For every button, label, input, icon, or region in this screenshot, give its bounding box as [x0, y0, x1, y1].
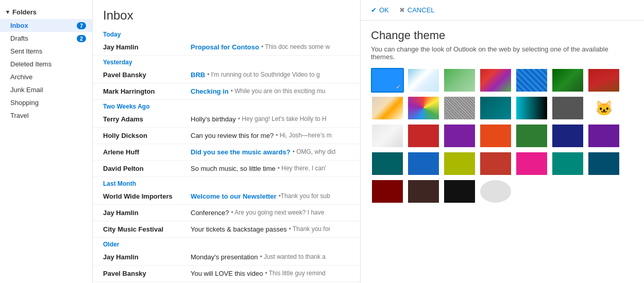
- email-row[interactable]: Holly DicksonCan you review this for me?…: [93, 128, 360, 144]
- swatch-color: [588, 125, 619, 147]
- email-line: Your tickets & backstage passes • Thank …: [191, 225, 350, 233]
- email-subject: Monday's presentation: [191, 253, 258, 261]
- email-sender: Jay Hamlin: [103, 43, 191, 51]
- theme-swatch-teal2[interactable]: [551, 151, 584, 176]
- theme-swatch-teal-dark[interactable]: [479, 96, 512, 120]
- sidebar-item-deleted-items[interactable]: Deleted Items: [0, 58, 92, 70]
- theme-swatch-light-abstract[interactable]: [371, 96, 404, 120]
- email-row[interactable]: City Music FestivalYour tickets & backst…: [93, 221, 360, 238]
- theme-swatch-light-grey-btn[interactable]: [479, 179, 512, 204]
- email-subject: So much music, so little time: [191, 165, 276, 172]
- email-row[interactable]: David PeltonSo much music, so little tim…: [93, 161, 360, 177]
- email-sender: David Pelton: [103, 165, 191, 172]
- email-sender: Holly Dickson: [103, 132, 191, 139]
- ok-button[interactable]: ✔ OK: [371, 6, 389, 14]
- email-groups: TodayJay HamlinProposal for Contoso • Th…: [93, 28, 360, 283]
- email-row[interactable]: Pavel BanskyYou will LOVE this video • T…: [93, 266, 360, 282]
- email-sender: Pavel Bansky: [103, 270, 191, 277]
- theme-swatch-blue[interactable]: [371, 68, 404, 93]
- swatch-color: [408, 180, 439, 203]
- theme-swatch-blue-pattern[interactable]: [515, 68, 548, 93]
- sidebar-item-sent-items[interactable]: Sent Items: [0, 45, 92, 58]
- email-row[interactable]: Pavel BanskyBRB • I'm running out to Sou…: [93, 67, 360, 83]
- theme-swatch-purple-solid[interactable]: [443, 123, 476, 148]
- swatch-color: 🐱: [588, 97, 619, 119]
- sidebar-item-label: Drafts: [10, 34, 28, 42]
- theme-swatch-teal-solid[interactable]: [371, 151, 404, 176]
- email-preview: • Hey there. I can': [278, 165, 327, 172]
- email-row[interactable]: Mark HarringtonChecking in • While you a…: [93, 83, 360, 100]
- email-row[interactable]: Jay HamlinConference? • Are you going ne…: [93, 205, 360, 221]
- theme-swatch-grey-fabric[interactable]: [443, 96, 476, 120]
- theme-swatch-very-dark[interactable]: [407, 179, 440, 204]
- email-line: Monday's presentation • Just wanted to t…: [191, 253, 350, 261]
- theme-swatch-black[interactable]: [443, 179, 476, 204]
- date-group-label: Older: [93, 238, 360, 249]
- theme-swatch-red-texture[interactable]: [587, 68, 620, 93]
- theme-swatch-orange-solid[interactable]: [479, 123, 512, 148]
- sidebar-item-label: Sent Items: [10, 47, 42, 55]
- email-line: Holly's birthday • Hey gang! Let's take …: [191, 115, 350, 123]
- sidebar-item-shopping[interactable]: Shopping: [0, 96, 92, 109]
- swatch-color: [372, 69, 403, 92]
- sidebar-item-junk-email[interactable]: Junk Email: [0, 83, 92, 96]
- theme-swatch-circuit[interactable]: [551, 68, 584, 93]
- theme-swatch-red-solid[interactable]: [407, 123, 440, 148]
- email-row[interactable]: Jay HamlinMonday's presentation • Just w…: [93, 249, 360, 266]
- theme-topbar: ✔ OK ✖ CANCEL: [361, 0, 644, 21]
- theme-swatch-dark-red[interactable]: [371, 179, 404, 204]
- sidebar-item-travel[interactable]: Travel: [0, 109, 92, 122]
- theme-swatch-green-nature[interactable]: [443, 68, 476, 93]
- email-preview: • Just wanted to thank a: [260, 253, 326, 261]
- theme-swatch-grey-dark[interactable]: [551, 96, 584, 120]
- email-preview: • Are you going next week? I have: [231, 209, 324, 217]
- cancel-button[interactable]: ✖ CANCEL: [399, 6, 435, 14]
- theme-swatch-pink[interactable]: [515, 151, 548, 176]
- sidebar: ▾ Folders Inbox7Drafts2Sent ItemsDeleted…: [0, 0, 93, 283]
- sidebar-item-inbox[interactable]: Inbox7: [0, 19, 92, 32]
- swatch-color: [552, 152, 583, 175]
- email-sender: Arlene Huff: [103, 148, 191, 156]
- email-row[interactable]: World Wide ImportersWelcome to our Newsl…: [93, 188, 360, 205]
- theme-swatch-cat[interactable]: 🐱: [587, 96, 620, 120]
- email-content: Checking in • While you are on this exci…: [191, 87, 350, 95]
- theme-swatch-dark-teal[interactable]: [587, 151, 620, 176]
- email-row[interactable]: Arlene HuffDid you see the music awards?…: [93, 144, 360, 161]
- theme-swatch-green-solid[interactable]: [515, 123, 548, 148]
- email-row[interactable]: Jay HamlinProposal for Contoso • This do…: [93, 39, 360, 56]
- sidebar-item-label: Shopping: [10, 99, 39, 107]
- email-row[interactable]: Terry AdamsHolly's birthday • Hey gang! …: [93, 111, 360, 128]
- swatch-color: [516, 69, 547, 92]
- email-sender: Jay Hamlin: [103, 209, 191, 217]
- sidebar-badge: 7: [77, 22, 86, 29]
- theme-swatch-snowflake[interactable]: [371, 123, 404, 148]
- ok-label: OK: [379, 6, 389, 14]
- email-preview: • I'm running out to Southridge Video to…: [207, 71, 319, 79]
- swatch-color: [552, 125, 583, 147]
- email-sender: Jay Hamlin: [103, 253, 191, 261]
- swatch-color: [408, 125, 439, 147]
- theme-swatch-navy-solid[interactable]: [551, 123, 584, 148]
- theme-swatch-clouds[interactable]: [407, 68, 440, 93]
- cancel-label: CANCEL: [408, 6, 435, 14]
- email-subject: Checking in: [191, 87, 229, 95]
- sidebar-item-archive[interactable]: Archive: [0, 70, 92, 83]
- swatch-color: [516, 125, 547, 147]
- theme-description: You can change the look of Outlook on th…: [361, 45, 644, 68]
- theme-swatch-red-abstract[interactable]: [479, 68, 512, 93]
- swatch-color: [588, 152, 619, 175]
- email-sender: Mark Harrington: [103, 87, 191, 95]
- email-content: BRB • I'm running out to Southridge Vide…: [191, 71, 350, 79]
- theme-swatch-salmon[interactable]: [479, 151, 512, 176]
- email-content: Did you see the music awards? • OMG, why…: [191, 148, 350, 156]
- theme-swatch-teal-black[interactable]: [515, 96, 548, 120]
- theme-swatch-blue2-solid[interactable]: [407, 151, 440, 176]
- email-subject: Did you see the music awards?: [191, 148, 291, 156]
- sidebar-item-drafts[interactable]: Drafts2: [0, 32, 92, 45]
- theme-swatch-colorful[interactable]: [407, 96, 440, 120]
- theme-swatch-purple2-solid[interactable]: [587, 123, 620, 148]
- theme-swatch-lime-solid[interactable]: [443, 151, 476, 176]
- email-subject: Conference?: [191, 209, 229, 217]
- sidebar-folders-header[interactable]: ▾ Folders: [0, 5, 92, 19]
- email-subject: BRB: [191, 71, 205, 79]
